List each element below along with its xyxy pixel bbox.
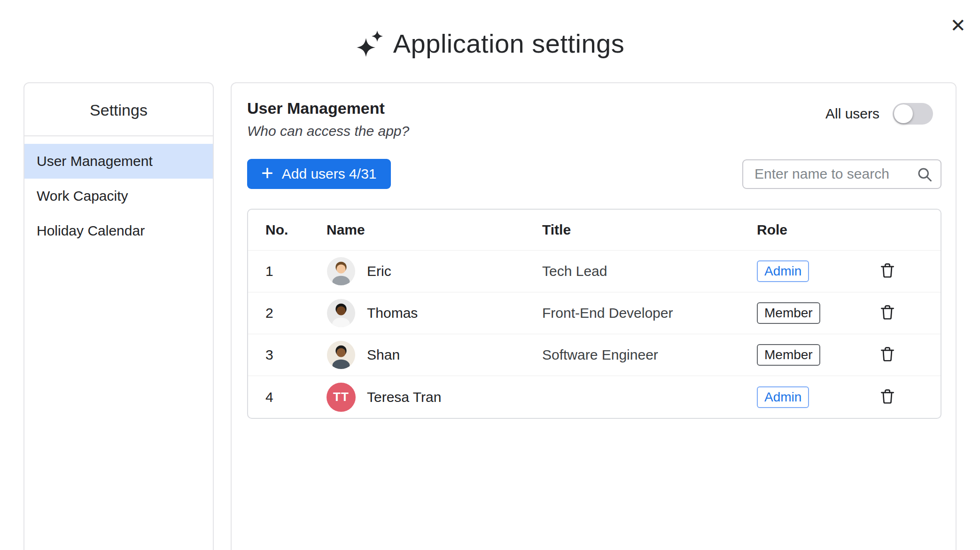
content-area: Settings User Management Work Capacity H…	[0, 82, 980, 550]
actions-cell	[877, 261, 941, 281]
name-cell: Eric	[327, 257, 542, 286]
sidebar-items: User Management Work Capacity Holiday Ca…	[24, 144, 213, 248]
panel-title: User Management	[247, 99, 409, 118]
role-badge-member[interactable]: Member	[757, 344, 820, 366]
panel-subtitle: Who can access the app?	[247, 123, 409, 139]
toggle-knob	[894, 104, 913, 123]
user-name: Shan	[367, 347, 400, 363]
application-settings-modal: ✕ Application settings Settings User Man…	[0, 28, 980, 550]
toolbar: + Add users 4/31	[247, 159, 941, 189]
user-title: Software Engineer	[542, 347, 757, 363]
table-header-row: No. Name Title Role	[248, 210, 941, 251]
role-badge-member[interactable]: Member	[757, 302, 820, 324]
avatar	[327, 257, 356, 286]
row-number: 4	[265, 389, 327, 405]
name-cell: Shan	[327, 340, 542, 369]
trash-icon	[879, 261, 896, 279]
all-users-toggle[interactable]	[893, 103, 933, 125]
users-table: No. Name Title Role 1 Eri	[247, 209, 941, 419]
role-badge-admin[interactable]: Admin	[757, 260, 809, 282]
table-row: 2 Thomas Front-End Developer Member	[248, 292, 941, 334]
search-input[interactable]	[742, 159, 941, 189]
user-name: Thomas	[367, 305, 418, 321]
delete-user-button[interactable]	[879, 303, 896, 321]
search-icon	[916, 166, 933, 183]
actions-cell	[877, 387, 941, 407]
avatar-initials: TT	[327, 383, 356, 412]
all-users-control: All users	[825, 103, 941, 125]
avatar-initials-text: TT	[333, 390, 349, 404]
table-row: 3 Shan Software Engineer Member	[248, 334, 941, 376]
search-box	[742, 159, 941, 189]
user-name: Teresa Tran	[367, 389, 441, 405]
actions-cell	[877, 345, 941, 365]
row-number: 2	[265, 305, 327, 321]
role-cell: Admin	[757, 386, 877, 408]
table-row: 4 TT Teresa Tran Admin	[248, 376, 941, 418]
user-title: Tech Lead	[542, 263, 757, 279]
role-cell: Member	[757, 344, 877, 366]
name-cell: TT Teresa Tran	[327, 383, 542, 412]
settings-sidebar: Settings User Management Work Capacity H…	[23, 82, 214, 550]
add-users-button[interactable]: + Add users 4/31	[247, 159, 391, 189]
user-management-panel: User Management Who can access the app? …	[231, 82, 957, 550]
all-users-label: All users	[825, 106, 879, 122]
user-title: Front-End Developer	[542, 305, 757, 321]
panel-header: User Management Who can access the app? …	[247, 99, 941, 139]
sparkles-icon	[356, 30, 384, 58]
table-row: 1 Eric Tech Lead Admin	[248, 251, 941, 292]
delete-user-button[interactable]	[879, 261, 896, 279]
close-button[interactable]: ✕	[950, 16, 966, 35]
row-number: 3	[265, 347, 327, 363]
sidebar-item-user-management[interactable]: User Management	[24, 144, 213, 179]
role-badge-admin[interactable]: Admin	[757, 386, 809, 408]
col-header-no: No.	[265, 222, 327, 238]
trash-icon	[879, 303, 896, 321]
actions-cell	[877, 303, 941, 323]
avatar	[327, 299, 356, 328]
sidebar-item-work-capacity[interactable]: Work Capacity	[24, 179, 213, 213]
add-users-label: Add users 4/31	[282, 166, 377, 182]
sidebar-title: Settings	[24, 83, 213, 136]
page-title: Application settings	[393, 28, 625, 59]
role-cell: Admin	[757, 260, 877, 282]
trash-icon	[879, 345, 896, 363]
name-cell: Thomas	[327, 299, 542, 328]
user-name: Eric	[367, 263, 391, 279]
col-header-title: Title	[542, 222, 757, 238]
col-header-role: Role	[757, 222, 877, 238]
delete-user-button[interactable]	[879, 387, 896, 405]
row-number: 1	[265, 263, 327, 279]
col-header-name: Name	[327, 222, 542, 238]
delete-user-button[interactable]	[879, 345, 896, 363]
role-cell: Member	[757, 302, 877, 324]
page-header: Application settings	[0, 28, 980, 59]
panel-heading-group: User Management Who can access the app?	[247, 99, 409, 139]
avatar	[327, 340, 356, 369]
trash-icon	[879, 387, 896, 405]
sidebar-item-holiday-calendar[interactable]: Holiday Calendar	[24, 213, 213, 248]
